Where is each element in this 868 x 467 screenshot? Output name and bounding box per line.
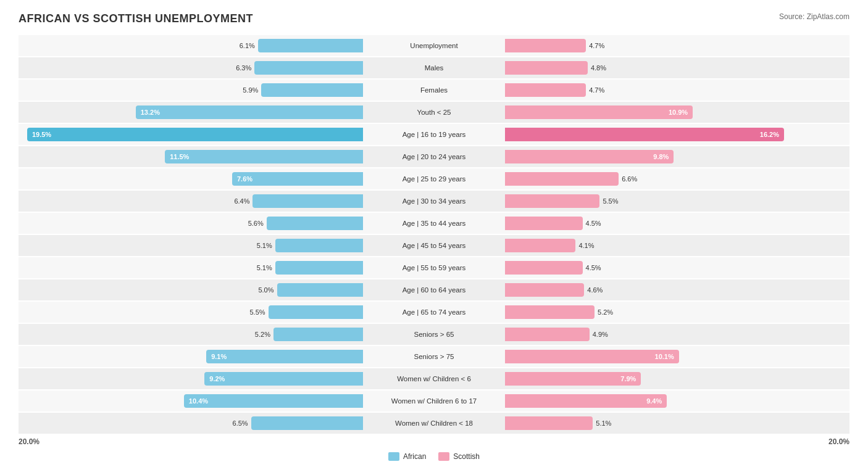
left-value: 7.6% [237, 175, 252, 183]
left-bar-wrapper: 5.2% [19, 324, 363, 345]
row-label: Age | 20 to 24 years [363, 153, 505, 160]
chart-row: 5.6% Age | 35 to 44 years 4.5% [19, 213, 849, 234]
chart-row: 6.5% Women w/ Children < 18 5.1% [19, 413, 849, 434]
left-bar: 11.5% [165, 150, 363, 163]
left-bar-wrapper: 6.3% [19, 57, 363, 78]
left-value: 9.2% [209, 375, 225, 382]
left-bar-wrapper: 9.1% [19, 346, 363, 367]
chart-row: 5.2% Seniors > 65 4.9% [19, 324, 849, 345]
right-bar: 5.2% [505, 305, 595, 319]
left-bar-wrapper: 5.1% [19, 235, 363, 256]
chart-title: AFRICAN VS SCOTTISH UNEMPLOYMENT [19, 12, 253, 25]
right-value: 5.5% [603, 197, 618, 205]
legend: African Scottish [19, 452, 849, 461]
left-bar: 7.6% [232, 172, 363, 186]
left-bar-wrapper: 5.5% [19, 302, 363, 323]
left-value: 19.5% [32, 131, 51, 138]
x-axis-right: 20.0% [505, 437, 849, 446]
chart-row: 5.0% Age | 60 to 64 years 4.6% [19, 279, 849, 300]
row-label: Females [363, 86, 505, 94]
row-label: Seniors > 75 [363, 353, 505, 360]
right-bar: 4.7% [505, 83, 586, 97]
chart-row: 6.1% Unemployment 4.7% [19, 35, 849, 56]
left-bar: 10.4% [184, 394, 363, 408]
chart-header: AFRICAN VS SCOTTISH UNEMPLOYMENT Source:… [19, 12, 849, 25]
chart-container: AFRICAN VS SCOTTISH UNEMPLOYMENT Source:… [19, 12, 849, 461]
right-value: 4.5% [586, 264, 601, 271]
chart-row: 11.5% Age | 20 to 24 years 9.8% [19, 146, 849, 167]
left-bar: 5.1% [275, 261, 363, 275]
chart-row: 19.5% Age | 16 to 19 years 16.2% [19, 124, 849, 145]
right-bar-wrapper: 5.5% [505, 191, 849, 212]
left-bar-wrapper: 7.6% [19, 168, 363, 189]
right-value: 6.6% [622, 175, 637, 183]
right-bar: 4.1% [505, 239, 575, 252]
right-value: 4.7% [589, 42, 604, 49]
right-bar: 9.4% [505, 394, 667, 408]
chart-row: 5.9% Females 4.7% [19, 80, 849, 101]
left-bar: 5.0% [277, 283, 364, 297]
right-bar: 4.9% [505, 328, 590, 341]
left-bar-wrapper: 5.1% [19, 257, 363, 278]
left-bar: 6.5% [251, 416, 363, 430]
left-value: 5.1% [257, 242, 272, 249]
legend-item-african: African [388, 452, 426, 461]
right-bar-wrapper: 10.1% [505, 346, 849, 367]
left-value: 6.1% [240, 42, 255, 49]
left-bar-wrapper: 10.4% [19, 391, 363, 411]
left-bar: 6.1% [258, 39, 363, 52]
left-bar: 5.1% [275, 239, 363, 252]
row-label: Women w/ Children < 18 [363, 419, 505, 427]
chart-rows: 6.1% Unemployment 4.7% 6.3% Males 4.8% 5… [19, 35, 849, 434]
left-value: 13.2% [141, 109, 160, 116]
chart-row: 5.1% Age | 55 to 59 years 4.5% [19, 257, 849, 278]
right-value: 7.9% [620, 375, 636, 382]
legend-color-african [388, 452, 399, 461]
x-label-right: 20.0% [828, 437, 849, 446]
left-bar: 19.5% [27, 128, 363, 141]
left-bar-wrapper: 11.5% [19, 146, 363, 167]
row-label: Age | 45 to 54 years [363, 242, 505, 249]
right-value: 9.4% [646, 397, 662, 405]
left-bar: 5.9% [261, 83, 363, 97]
row-label: Age | 35 to 44 years [363, 220, 505, 227]
right-value: 4.6% [587, 286, 603, 294]
right-bar: 4.5% [505, 217, 583, 230]
left-value: 6.5% [233, 419, 248, 427]
x-label-left: 20.0% [19, 437, 40, 446]
legend-label-african: African [403, 452, 426, 461]
right-bar: 4.8% [505, 61, 588, 75]
row-label: Seniors > 65 [363, 331, 505, 338]
left-value: 9.1% [211, 353, 227, 360]
chart-row: 10.4% Women w/ Children 6 to 17 9.4% [19, 391, 849, 411]
legend-item-scottish: Scottish [438, 452, 480, 461]
chart-row: 6.4% Age | 30 to 34 years 5.5% [19, 191, 849, 212]
row-label: Age | 25 to 29 years [363, 175, 505, 183]
legend-label-scottish: Scottish [453, 452, 480, 461]
left-bar-wrapper: 6.1% [19, 35, 363, 56]
chart-row: 9.2% Women w/ Children < 6 7.9% [19, 368, 849, 389]
right-bar: 6.6% [505, 172, 619, 186]
chart-row: 5.5% Age | 65 to 74 years 5.2% [19, 302, 849, 323]
right-bar-wrapper: 4.7% [505, 80, 849, 101]
right-bar-wrapper: 4.9% [505, 324, 849, 345]
left-bar: 6.3% [254, 61, 363, 75]
left-bar-wrapper: 6.4% [19, 191, 363, 212]
right-bar-wrapper: 6.6% [505, 168, 849, 189]
chart-row: 13.2% Youth < 25 10.9% [19, 102, 849, 123]
left-value: 5.5% [249, 308, 265, 316]
right-bar: 4.7% [505, 39, 586, 52]
row-label: Youth < 25 [363, 109, 505, 116]
left-bar-wrapper: 13.2% [19, 102, 363, 123]
right-bar: 5.1% [505, 416, 593, 430]
right-bar-wrapper: 16.2% [505, 124, 849, 145]
right-bar: 10.9% [505, 105, 693, 119]
right-value: 4.9% [593, 331, 608, 338]
left-value: 5.6% [248, 220, 264, 227]
row-label: Age | 55 to 59 years [363, 264, 505, 271]
right-bar: 4.6% [505, 283, 584, 297]
right-bar-wrapper: 4.5% [505, 257, 849, 278]
row-label: Males [363, 64, 505, 72]
chart-row: 7.6% Age | 25 to 29 years 6.6% [19, 168, 849, 189]
left-bar-wrapper: 5.0% [19, 279, 363, 300]
